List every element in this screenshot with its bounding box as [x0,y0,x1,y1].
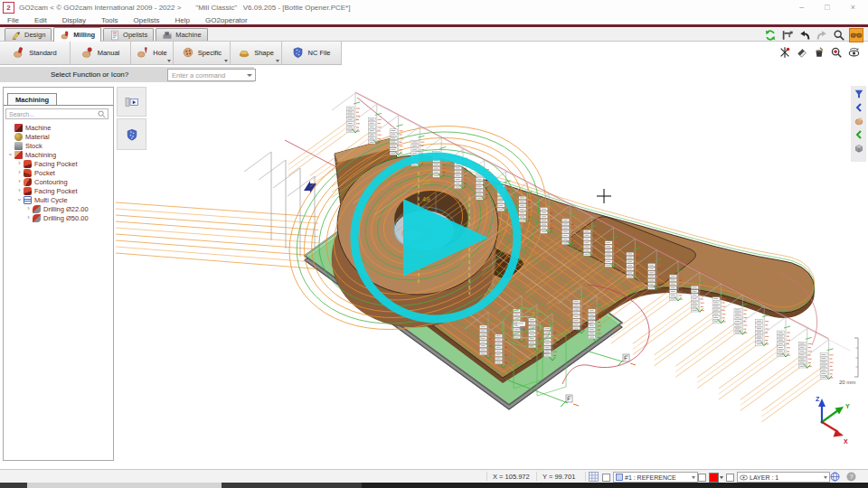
machine-icon [162,30,173,41]
layer-selector[interactable]: LAYER : 1 [737,472,830,483]
nc-file-button[interactable]: NC File [282,42,342,64]
expander-icon[interactable] [25,213,32,222]
glasses-icon[interactable] [849,28,863,42]
tree-item-machining[interactable]: Machining [4,150,113,159]
seek-bar[interactable] [0,483,868,488]
tab-opelists[interactable]: Opelists [103,28,154,41]
drill-hole-preview: 2 [502,308,551,346]
help-icon[interactable]: ? [846,472,856,482]
shape-button[interactable]: Shape [231,42,282,64]
expander-icon[interactable] [16,186,23,195]
menu-tools[interactable]: Tools [94,16,127,24]
color-apply-checkbox[interactable] [698,474,706,482]
milling-icon [60,30,71,41]
specific-icon [182,46,194,61]
panel-divider [4,105,113,106]
specific-button[interactable]: Specific [174,42,231,64]
tree-item-drilling-22-00[interactable]: Drilling Ø22.00 [4,204,113,213]
drill-marker [573,296,601,343]
chevron-down-icon[interactable] [167,60,171,62]
menu-help[interactable]: Help [168,16,198,24]
tree-item-label: Drilling Ø22.00 [43,205,89,213]
tree-item-stock[interactable]: Stock [4,141,113,150]
tree-item-label: Material [25,133,50,141]
zoom-icon[interactable] [832,28,846,42]
drill-count-label: 2 [532,311,535,317]
tree-item-pocket[interactable]: Pocket [4,168,113,177]
bucket-icon[interactable] [812,45,826,60]
machining-sim-icon[interactable] [778,45,792,60]
zoom-window-icon[interactable] [829,45,844,60]
expander-icon[interactable] [16,168,23,177]
layer-visibility-checkbox[interactable] [726,474,734,482]
drill-marker [784,328,812,368]
tab-milling[interactable]: Milling [53,27,101,42]
tree-item-drilling-50-00[interactable]: Drilling Ø50.00 [4,213,113,222]
menu-file[interactable]: File [0,16,27,24]
tab-machining[interactable]: Machining [7,93,57,106]
grab-icon[interactable] [853,115,864,127]
axis-z-label: Z [816,396,820,402]
material-tree-icon [14,133,23,141]
menu-opelists[interactable]: Opelists [127,16,168,24]
close-button[interactable]: × [851,0,855,15]
menu-edit[interactable]: Edit [27,16,55,24]
drill-marker [498,296,526,343]
chevron-down-icon[interactable] [276,60,279,62]
eraser-icon[interactable] [795,45,809,60]
tree-item-material[interactable]: Material [4,132,113,141]
cursor-y-coordinate: Y = 99.701 [542,473,575,481]
expander-icon[interactable] [16,177,23,186]
filter-icon[interactable] [853,88,864,99]
manual-button[interactable]: Manual [71,42,131,64]
world-view-icon[interactable] [830,472,840,482]
redo-icon[interactable] [815,28,829,42]
minimize-button[interactable]: – [799,0,804,15]
drill-marker [480,321,508,368]
nc-output-button[interactable] [117,118,146,150]
simulation-video-button[interactable] [117,87,146,117]
caliper-icon[interactable] [780,28,795,42]
current-color-swatch[interactable] [709,473,719,483]
tree-item-facing-pocket[interactable]: Facing Pocket [4,159,113,168]
tree-item-label: Pocket [34,169,55,177]
undo-icon[interactable] [797,28,812,42]
chevron-down-icon[interactable] [224,60,228,62]
prev-blue-icon[interactable] [853,101,864,113]
hole-button[interactable]: Hole [131,42,174,64]
tree-item-facing-pocket[interactable]: Facing Pocket [4,186,113,195]
document-title: "Mill Classic" V6.09.205 - [Bottle Opene… [195,4,350,12]
menu-go2operator[interactable]: GO2operator [198,16,256,24]
ribbon-label: Shape [254,49,274,57]
plane-selector[interactable]: #1 : REFERENCE [613,472,698,483]
grid-toggle-icon[interactable] [589,472,599,482]
tab-design[interactable]: Design [5,28,52,41]
facing-tree-icon [24,187,32,195]
drill-marker [676,272,704,312]
tree-item-machine[interactable]: Machine [4,123,113,132]
expander-icon[interactable] [25,204,32,213]
ncfile-icon [292,46,304,61]
maximize-button[interactable]: □ [825,0,829,15]
video-play-button[interactable] [354,156,517,319]
expander-icon[interactable] [16,159,23,168]
eye-rotate-icon[interactable] [846,45,861,60]
drill-marker [762,317,790,357]
prev-green-icon[interactable] [853,128,864,140]
drill-marker [529,314,557,361]
tree-item-multi-cycle[interactable]: Multi Cycle [4,195,113,204]
tree-item-label: Machining [25,151,56,159]
standard-button[interactable]: Standard [0,42,71,64]
tab-machine[interactable]: Machine [156,28,207,41]
expander-icon[interactable] [16,195,23,204]
command-combobox[interactable]: Enter a command [167,69,256,81]
tree-item-contouring[interactable]: Contouring [4,177,113,186]
plane-icon [616,474,623,481]
plane-visibility-checkbox[interactable] [602,474,610,482]
refresh-icon[interactable] [763,28,778,42]
solid-icon[interactable] [853,142,864,154]
expander-icon[interactable] [7,150,14,159]
color-dropdown-icon[interactable] [720,476,723,479]
search-input[interactable]: Search... [5,108,108,119]
menu-display[interactable]: Display [55,16,94,24]
